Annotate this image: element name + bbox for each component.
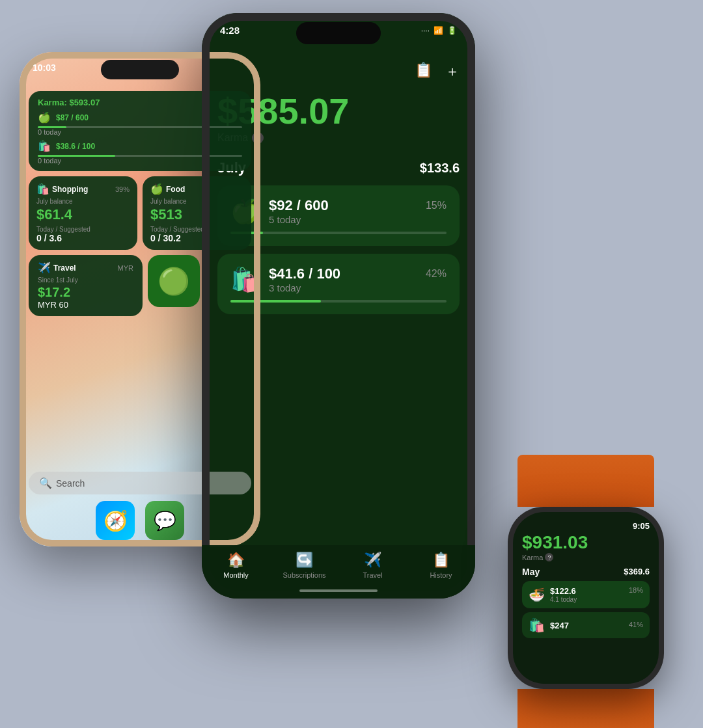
food-suggested-value: 0 / 30.2: [150, 233, 243, 243]
messages-bubble-icon: 💬: [154, 510, 176, 532]
phone-left-status-time: 10:03: [33, 62, 56, 73]
budget-shopping-info: $41.6 / 100 42% 3 today: [269, 265, 447, 293]
watch-balance: $931.03: [522, 533, 650, 552]
shopping-card-emoji: 🛍️: [36, 183, 49, 195]
tab-travel-icon: ✈️: [364, 552, 381, 569]
notes-icon[interactable]: 📋: [415, 62, 432, 81]
tab-monthly-label: Monthly: [223, 571, 249, 579]
watch-karma-label: Karma ?: [522, 553, 650, 561]
center-status-time: 4:28: [220, 25, 240, 36]
budget-food-amount-row: $92 / 600 15%: [269, 197, 447, 214]
food-emoji: 🍏: [38, 111, 51, 124]
budget-shopping-progress: [230, 300, 447, 303]
budget-card-food-row: 🍏 $92 / 600 15% 5 today: [230, 197, 447, 225]
shopping-row: 🛍️ $38.6 / 100: [38, 140, 242, 152]
shopping-card-sublabel: July balance: [36, 198, 130, 205]
watch-case: 9:05 $931.03 Karma ? May $369.6 🍜 $122.6: [508, 507, 664, 689]
watch-budget-today-1: 4.1 today: [550, 596, 643, 603]
widget-row-two: 🛍️ Shopping 39% July balance $61.4 Today…: [29, 176, 251, 250]
food-card-balance: $513: [150, 206, 243, 223]
watch-budget-card-2: 🛍️ $247 41%: [522, 612, 650, 638]
budget-food-pct: 15%: [426, 200, 447, 211]
watch-budget-card-1: 🍜 $122.6 18% 4.1 today: [522, 581, 650, 608]
watch-band-top: [517, 455, 654, 507]
budget-food-today: 5 today: [269, 214, 447, 225]
top-actions: 📋 ＋: [217, 55, 460, 88]
search-bar[interactable]: 🔍 Search: [29, 472, 251, 494]
tab-subscriptions-label: Subscriptions: [283, 571, 325, 579]
food-row: 🍏 $87 / 600: [38, 111, 242, 124]
watch-budget-amount-2: $247: [550, 621, 569, 630]
shopping-emoji: 🛍️: [38, 140, 51, 152]
tab-travel[interactable]: ✈️ Travel: [350, 552, 396, 579]
travel-emoji: ✈️: [38, 262, 51, 274]
tab-history-label: History: [430, 571, 452, 579]
tab-subscriptions[interactable]: ↪️ Subscriptions: [282, 552, 327, 579]
watch-budget-emoji-2: 🛍️: [529, 617, 545, 633]
phone-left-content: Karma: $593.07 🍏 $87 / 600 0 today 🛍️ $3…: [29, 91, 251, 507]
watch-budget-emoji-1: 🍜: [529, 587, 545, 602]
travel-secondary: MYR 60: [38, 300, 133, 310]
shopping-card-header: 🛍️ Shopping 39%: [36, 183, 130, 195]
scene: 10:03 Karma: $593.07 🍏 $87 / 600 0 today…: [0, 0, 703, 728]
watch-budget-info-1: $122.6 18% 4.1 today: [550, 586, 643, 603]
app-icon-emoji: 🟢: [158, 266, 190, 297]
budget-food-info: $92 / 600 15% 5 today: [269, 197, 447, 225]
signal-icon: ····: [421, 26, 430, 35]
food-suggested-label: Today / Suggested: [150, 226, 243, 233]
budget-card-food[interactable]: 🍏 $92 / 600 15% 5 today: [217, 185, 460, 246]
shopping-amount: $38.6 / 100: [56, 142, 95, 151]
karma-widget-title: Karma: $593.07: [38, 98, 242, 107]
watch-budget-row-2: $247 41%: [550, 621, 643, 630]
watch-month: May: [522, 567, 540, 577]
karma-question-icon[interactable]: ?: [252, 132, 264, 144]
search-text: Search: [56, 478, 85, 489]
karma-widget: Karma: $593.07 🍏 $87 / 600 0 today 🛍️ $3…: [29, 91, 251, 171]
travel-since: Since 1st July: [38, 276, 133, 284]
search-icon: 🔍: [39, 477, 52, 489]
apple-watch: 9:05 $931.03 Karma ? May $369.6 🍜 $122.6: [495, 487, 677, 708]
watch-screen: 9:05 $931.03 Karma ? May $369.6 🍜 $122.6: [513, 512, 659, 684]
home-indicator: [299, 589, 378, 592]
budget-card-shopping-row: 🛍️ $41.6 / 100 42% 3 today: [230, 265, 447, 293]
food-card: 🍏 Food July balance $513 Today / Suggest…: [143, 176, 251, 250]
shopping-suggested-label: Today / Suggested: [36, 226, 130, 233]
shopping-today: 0 today: [38, 157, 242, 165]
dock: 🧭 💬: [29, 501, 251, 540]
watch-budget-info-2: $247 41%: [550, 621, 643, 630]
watch-question-icon: ?: [545, 553, 553, 561]
app-icon[interactable]: 🟢: [148, 255, 200, 307]
messages-icon[interactable]: 💬: [145, 501, 184, 540]
tab-subscriptions-icon: ↪️: [296, 552, 313, 569]
shopping-card-title: Shopping: [52, 185, 88, 194]
wifi-icon: 📶: [434, 26, 443, 35]
safari-icon[interactable]: 🧭: [96, 501, 135, 540]
travel-currency: MYR: [118, 264, 133, 272]
food-amount: $87 / 600: [56, 113, 89, 122]
travel-header: ✈️ Travel MYR: [38, 262, 133, 274]
budget-card-shopping[interactable]: 🛍️ $41.6 / 100 42% 3 today: [217, 254, 460, 314]
phone-center-status: 4:28 ···· 📶 🔋: [202, 25, 475, 36]
tab-travel-label: Travel: [363, 571, 382, 579]
month-row: July $133.6: [217, 159, 460, 176]
safari-compass-icon: 🧭: [103, 509, 128, 532]
add-icon[interactable]: ＋: [445, 62, 460, 81]
phone-left-notch: [101, 60, 179, 79]
phone-left-bottom: 🔍 Search 🧭 💬: [29, 472, 251, 540]
food-card-emoji: 🍏: [150, 183, 163, 195]
watch-month-total: $369.6: [624, 567, 650, 577]
tab-history[interactable]: 📋 History: [419, 552, 464, 579]
budget-shopping-pct: 42%: [426, 268, 447, 280]
budget-shopping-amount-row: $41.6 / 100 42%: [269, 265, 447, 282]
watch-budget-pct-1: 18%: [629, 586, 643, 596]
tab-monthly[interactable]: 🏠 Monthly: [214, 552, 259, 579]
food-card-header: 🍏 Food: [150, 183, 243, 195]
shopping-card-balance: $61.4: [36, 206, 130, 223]
shopping-card: 🛍️ Shopping 39% July balance $61.4 Today…: [29, 176, 137, 250]
battery-icon: 🔋: [447, 26, 457, 35]
tab-monthly-icon: 🏠: [227, 552, 245, 569]
food-card-title: Food: [166, 185, 185, 194]
phone-left: 10:03 Karma: $593.07 🍏 $87 / 600 0 today…: [20, 52, 260, 546]
tab-history-icon: 📋: [432, 552, 450, 569]
watch-budget-row-1: $122.6 18%: [550, 586, 643, 596]
